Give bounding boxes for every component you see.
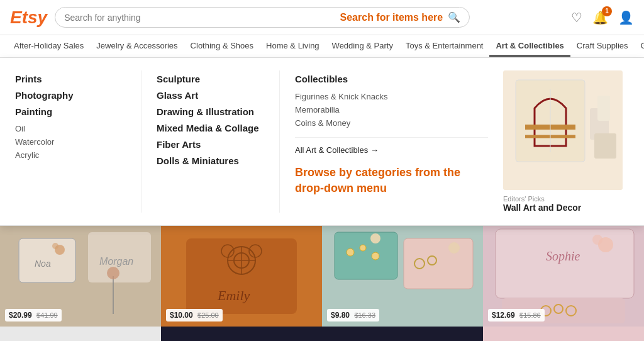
orig-price-4: $15.86 — [519, 311, 541, 319]
header-icons: ♡ 🔔 1 👤 — [571, 10, 634, 25]
divider — [295, 137, 488, 138]
wall-art-image[interactable] — [503, 70, 623, 190]
menu-oil[interactable]: Oil — [15, 122, 126, 135]
price-tag-2: $10.00 $25.00 — [166, 309, 223, 321]
search-button[interactable]: 🔍 — [448, 11, 460, 23]
nav-wedding[interactable]: Wedding & Party — [326, 36, 399, 57]
nav-bar: After-Holiday Sales Jewelry & Accessorie… — [0, 35, 644, 58]
notification-badge: 1 — [602, 6, 612, 16]
menu-dolls[interactable]: Dolls & Miniatures — [157, 152, 264, 169]
orig-price-2: $25.00 — [197, 311, 219, 319]
promo-text: Browse by categories from the drop-down … — [295, 165, 488, 196]
painting-submenu: Oil Watercolor Acrylic — [15, 122, 126, 162]
menu-sculpture[interactable]: Sculpture — [157, 70, 264, 87]
menu-coins[interactable]: Coins & Money — [295, 116, 488, 130]
notifications-icon[interactable]: 🔔 1 — [592, 10, 608, 25]
svg-text:Morgan: Morgan — [99, 256, 133, 267]
nav-art[interactable]: Art & Collectibles — [489, 36, 570, 57]
all-art-link[interactable]: All Art & Collectibles → — [295, 145, 488, 155]
header: Etsy Search for items here 🔍 ♡ 🔔 1 👤 — [0, 0, 644, 35]
account-icon[interactable]: 👤 — [618, 10, 634, 25]
product-card-6[interactable]: Dark collection — [161, 327, 483, 341]
svg-rect-29 — [335, 232, 397, 279]
svg-point-37 — [448, 242, 460, 254]
menu-prints[interactable]: Prints — [15, 70, 126, 87]
menu-collectibles[interactable]: Collectibles — [295, 70, 488, 87]
price-tag-4: $12.69 $15.86 — [488, 309, 545, 321]
menu-glass-art[interactable]: Glass Art — [157, 87, 264, 103]
nav-toys[interactable]: Toys & Entertainment — [399, 36, 490, 57]
menu-memorabilia[interactable]: Memorabilia — [295, 103, 488, 116]
dropdown-menu: Prints Photography Painting Oil Watercol… — [0, 58, 644, 226]
product-card-1[interactable]: Noa Morgan $20.99 $41.99 — [0, 226, 161, 327]
nav-craft[interactable]: Craft Supplies — [570, 36, 635, 57]
sale-price-1: $20.99 — [9, 311, 32, 320]
menu-figurines[interactable]: Figurines & Knick Knacks — [295, 90, 488, 103]
sale-price-4: $12.69 — [492, 311, 515, 320]
menu-painting[interactable]: Painting — [15, 103, 126, 120]
dropdown-col-3: Collectibles Figurines & Knick Knacks Me… — [279, 70, 503, 213]
nav-after-holiday[interactable]: After-Holiday Sales — [8, 36, 90, 57]
menu-watercolor[interactable]: Watercolor — [15, 135, 126, 148]
svg-point-31 — [347, 249, 354, 256]
sale-price-2: $10.00 — [170, 311, 193, 320]
product-row-2: Dark collection hailey $12.69 $15.86 — [0, 327, 644, 341]
wall-art-label[interactable]: Wall Art and Decor — [503, 203, 581, 213]
search-bar[interactable]: Search for items here 🔍 — [55, 7, 470, 28]
menu-fiber-arts[interactable]: Fiber Arts — [157, 136, 264, 152]
price-tag-3: $9.80 $16.33 — [327, 309, 379, 321]
search-input[interactable] — [64, 13, 335, 23]
nav-home-living[interactable]: Home & Living — [260, 36, 326, 57]
svg-text:Emily: Emily — [217, 288, 250, 303]
price-tag-1: $20.99 $41.99 — [5, 309, 62, 321]
svg-rect-8 — [594, 133, 616, 159]
svg-text:Noa: Noa — [35, 259, 51, 269]
nav-gifts[interactable]: Gifts & Gi... — [635, 36, 645, 57]
svg-point-32 — [360, 245, 366, 251]
wishlist-icon[interactable]: ♡ — [571, 10, 582, 25]
product-card-2[interactable]: Emily $10.00 $25.00 — [161, 226, 322, 327]
dropdown-col-2: Sculpture Glass Art Drawing & Illustrati… — [141, 70, 279, 213]
menu-photography[interactable]: Photography — [15, 87, 126, 103]
search-highlight-text: Search for items here — [340, 12, 443, 23]
svg-point-34 — [370, 233, 380, 243]
svg-point-14 — [52, 243, 58, 249]
editors-picks-label: Editors' Picks — [503, 195, 545, 203]
etsy-logo[interactable]: Etsy — [10, 8, 47, 28]
svg-rect-41 — [496, 229, 634, 298]
sale-price-3: $9.80 — [331, 311, 350, 320]
svg-point-18 — [107, 267, 119, 279]
dropdown-col-image: Editors' Picks Wall Art and Decor — [503, 70, 629, 213]
orig-price-1: $41.99 — [36, 311, 58, 319]
menu-acrylic[interactable]: Acrylic — [15, 148, 126, 162]
orig-price-3: $16.33 — [354, 311, 375, 319]
nav-clothing[interactable]: Clothing & Shoes — [184, 36, 260, 57]
svg-point-45 — [592, 235, 602, 245]
dropdown-col-1: Prints Photography Painting Oil Watercol… — [15, 70, 141, 213]
svg-rect-7 — [597, 96, 610, 121]
svg-text:Sophie: Sophie — [546, 249, 580, 264]
product-grid: Noa Morgan $20.99 $41.99 — [0, 226, 644, 341]
nav-jewelry[interactable]: Jewelry & Accessories — [90, 36, 184, 57]
product-card-5[interactable] — [0, 327, 161, 341]
product-card-3[interactable]: $9.80 $16.33 — [322, 226, 483, 327]
product-card-7[interactable]: hailey $12.69 $15.86 — [483, 327, 644, 341]
product-card-4[interactable]: Sophie $12.69 $15.86 — [483, 226, 644, 327]
menu-drawing[interactable]: Drawing & Illustration — [157, 103, 264, 120]
product-row-1: Noa Morgan $20.99 $41.99 — [0, 226, 644, 327]
svg-point-33 — [372, 252, 379, 260]
menu-mixed-media[interactable]: Mixed Media & Collage — [157, 120, 264, 136]
